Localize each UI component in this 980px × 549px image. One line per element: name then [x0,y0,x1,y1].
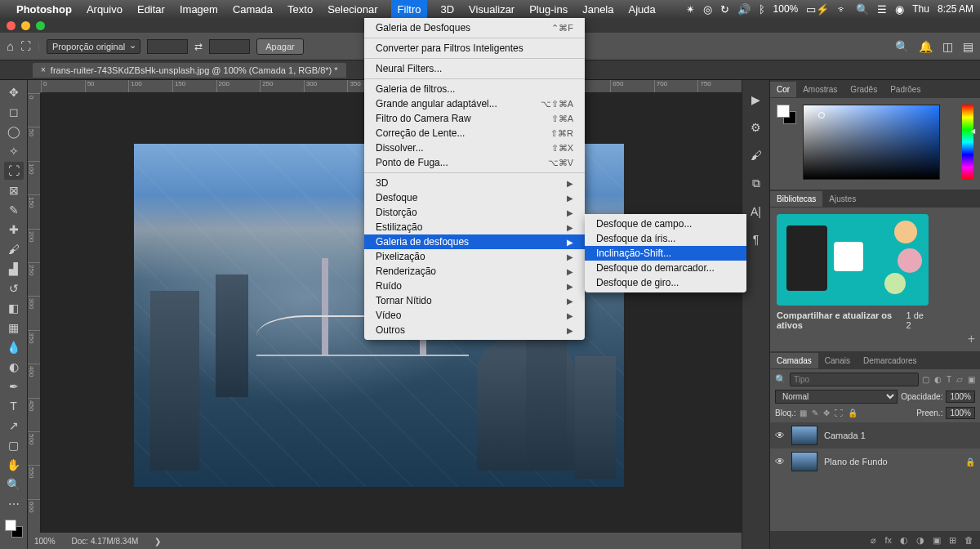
pen-tool[interactable]: ✒ [4,377,24,395]
siri-icon[interactable]: ◉ [895,3,904,16]
brush-tool[interactable]: 🖌 [4,240,24,258]
filter-type-icon[interactable]: T [947,375,951,384]
menu-recent-filter[interactable]: Galeria de Desfoques⌃⌘F [364,20,585,35]
lasso-tool[interactable]: ◯ [4,123,24,141]
history-brush-tool[interactable]: ↺ [4,279,24,297]
blur-iris[interactable]: Desfoque da íris... [585,231,746,246]
workspace-icon[interactable]: ◫ [942,40,953,53]
fill-value[interactable]: 100% [946,407,975,419]
filter-image-icon[interactable]: ▢ [922,375,929,384]
fg-color[interactable] [5,520,16,531]
wifi-icon[interactable]: ᯤ [837,3,848,16]
move-tool[interactable]: ✥ [4,83,24,101]
clear-button[interactable]: Apagar [256,38,303,55]
menu-convert-smart[interactable]: Converter para Filtros Inteligentes [364,41,585,56]
menu-ajuda[interactable]: Ajuda [626,3,657,16]
swap-icon[interactable]: ⇄ [194,41,203,52]
menu-lens-correction[interactable]: Correção de Lente...⇧⌘R [364,126,585,141]
mask-icon[interactable]: ◐ [900,535,908,546]
control-center-icon[interactable]: ☰ [877,3,887,16]
delete-layer-icon[interactable]: 🗑 [964,535,973,545]
submenu-3d[interactable]: 3D▶ [364,176,585,190]
submenu-sharpen[interactable]: Tornar Nítido▶ [364,293,585,308]
menu-filtro[interactable]: Filtro [391,0,428,18]
menu-neural-filters[interactable]: Neural Filters... [364,61,585,76]
zoom-tool[interactable]: 🔍 [4,475,24,493]
group-icon[interactable]: ▣ [933,535,941,546]
lock-all-icon[interactable]: 🔒 [848,408,858,417]
close-tab-icon[interactable]: × [41,65,46,74]
new-layer-icon[interactable]: ⊞ [949,535,956,546]
zoom-level[interactable]: 100% [34,537,56,546]
layer-item[interactable]: 👁 Camada 1 [770,422,980,449]
menu-adaptive-wide[interactable]: Grande angular adaptável...⌥⇧⌘A [364,96,585,111]
dodge-tool[interactable]: ◐ [4,358,24,376]
eraser-tool[interactable]: ◧ [4,299,24,317]
layer-name[interactable]: Plano de Fundo [824,457,888,466]
path-tool[interactable]: ↗ [4,417,24,435]
blur-tilt-shift[interactable]: Inclinação-Shift... [585,246,746,261]
opacity-value[interactable]: 100% [946,391,975,403]
tab-canais[interactable]: Canais [818,353,857,368]
color-swatch[interactable] [5,520,23,538]
volume-icon[interactable]: 🔊 [737,3,751,16]
tab-cor[interactable]: Cor [770,82,796,97]
menu-3d[interactable]: 3D [439,3,456,16]
close-window[interactable] [7,21,16,30]
shape-tool[interactable]: ▢ [4,436,24,454]
submenu-stylize[interactable]: Estilização▶ [364,220,585,234]
tab-demarcadores[interactable]: Demarcadores [857,353,924,368]
crop-tool-icon[interactable]: ⛶ [20,40,31,52]
heal-tool[interactable]: ✚ [4,221,24,239]
menu-vanishing-point[interactable]: Ponto de Fuga...⌥⌘V [364,155,585,170]
battery-icon[interactable]: ▭⚡ [806,3,829,16]
menu-texto[interactable]: Texto [286,3,314,16]
library-card-image[interactable] [777,214,929,306]
submenu-noise[interactable]: Ruído▶ [364,279,585,293]
submenu-other[interactable]: Outros▶ [364,323,585,337]
character-icon[interactable]: A| [751,205,761,218]
fx-icon[interactable]: fx [884,535,892,545]
ratio-width-input[interactable] [147,39,188,54]
app-name[interactable]: Photoshop [15,3,74,16]
filter-adjust-icon[interactable]: ◐ [934,375,942,384]
visibility-icon[interactable]: 👁 [775,456,785,467]
submenu-blur[interactable]: Desfoque▶ [364,190,585,205]
share-icon[interactable]: 🔔 [919,40,933,53]
panels-icon[interactable]: ▤ [963,40,973,53]
filter-shape-icon[interactable]: ▱ [956,375,963,384]
type-tool[interactable]: T [4,397,24,415]
status-arrow-icon[interactable]: ❯ [154,537,161,546]
menu-arquivo[interactable]: Arquivo [85,3,124,16]
ruler-origin[interactable] [28,80,41,93]
crop-tool[interactable]: ⛶ [4,162,24,180]
ratio-dropdown[interactable]: Proporção original [47,39,140,54]
history-icon[interactable]: ⧉ [752,176,760,190]
link-layers-icon[interactable]: ⌀ [871,535,876,546]
adjust-icon[interactable]: ⚙ [751,121,761,134]
layer-thumbnail[interactable] [791,452,817,471]
lock-pixels-icon[interactable]: ▦ [800,408,807,417]
stamp-tool[interactable]: ▟ [4,260,24,278]
visibility-icon[interactable]: 👁 [775,430,785,441]
lock-icon[interactable]: 🔒 [965,458,975,466]
play-icon[interactable]: ▶ [751,93,760,106]
document-tab[interactable]: × frans-ruiter-743SKdZBsHk-unsplash.jpg … [33,63,346,78]
layer-thumbnail[interactable] [791,426,817,445]
tab-ajustes[interactable]: Ajustes [822,191,862,207]
blur-field[interactable]: Desfoque de campo... [585,216,746,231]
marquee-tool[interactable]: ◻ [4,103,24,121]
menu-visualizar[interactable]: Visualizar [467,3,516,16]
blur-path[interactable]: Desfoque do demarcador... [585,261,746,275]
submenu-distort[interactable]: Distorção▶ [364,205,585,220]
color-field[interactable] [803,105,940,180]
spotlight-icon[interactable]: ✴︎ [686,3,695,16]
blend-mode-select[interactable]: Normal [775,390,898,404]
cc-icon[interactable]: ◎ [703,3,712,16]
layer-name[interactable]: Camada 1 [824,431,866,440]
menu-editar[interactable]: Editar [136,3,167,16]
bluetooth-icon[interactable]: ᛒ [759,3,765,16]
ratio-height-input[interactable] [209,39,250,54]
blur-tool[interactable]: 💧 [4,338,24,356]
eyedropper-tool[interactable]: ✎ [4,201,24,219]
